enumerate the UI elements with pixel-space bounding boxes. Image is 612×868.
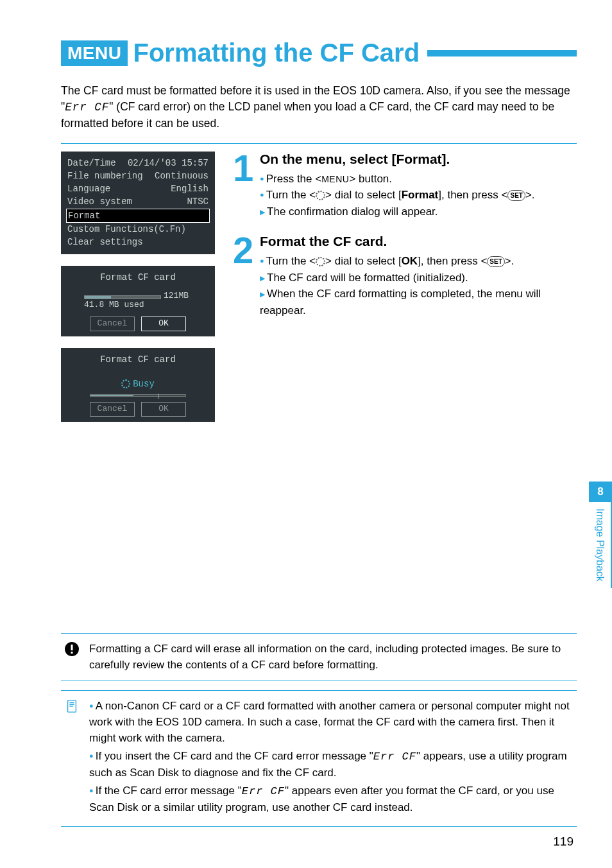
warning-icon xyxy=(64,641,80,673)
title-rule xyxy=(427,50,577,56)
note-icon xyxy=(64,699,80,818)
camera-menu-screenshot: Date/Time02/14/'03 15:57 File numberingC… xyxy=(61,152,215,254)
chapter-tab: 8 Image Playback xyxy=(589,482,612,588)
step2-result2: When the CF card formatting is completed… xyxy=(260,286,577,318)
screen-ok-button-dim: OK xyxy=(141,402,186,417)
busy-label: Busy xyxy=(133,379,155,389)
step1-bullet2: Turn the <> dial to select [Format], the… xyxy=(260,187,577,204)
capacity-label: 121MB xyxy=(164,290,189,302)
step-number-2: 2 xyxy=(233,234,256,267)
format-confirm-screenshot: Format CF card 41.8 MB used 121MB Cancel… xyxy=(61,266,215,336)
quick-dial-icon xyxy=(316,257,325,266)
set-button-icon: SET xyxy=(487,256,504,267)
warning-note: Formatting a CF card will erase all info… xyxy=(61,633,577,681)
quick-dial-icon xyxy=(316,191,325,200)
step-2: 2 Format the CF card. Turn the <> dial t… xyxy=(233,234,577,318)
tip-3: If the CF card error message "Err CF" ap… xyxy=(89,783,574,815)
chapter-number: 8 xyxy=(589,482,612,502)
menu-file-value: Continuous xyxy=(155,169,208,182)
menu-date-label: Date/Time xyxy=(67,157,116,169)
page-title: Formatting the CF Card xyxy=(133,39,420,67)
page-number: 119 xyxy=(553,835,574,849)
step1-result: The confirmation dialog will appear. xyxy=(260,204,577,220)
tips-note: A non-Canon CF card or a CF card formatt… xyxy=(61,690,577,826)
step1-bullet1: Press the <MENU> button. xyxy=(260,171,577,187)
step-number-1: 1 xyxy=(233,152,256,185)
step2-result1: The CF card will be formatted (initializ… xyxy=(260,270,577,286)
menu-file-label: File numbering xyxy=(67,169,143,182)
step-1: 1 On the menu, select [Format]. Press th… xyxy=(233,152,577,220)
format-busy-screenshot: Format CF card Busy Cancel OK xyxy=(61,348,215,422)
menu-format-item: Format xyxy=(68,209,100,222)
step2-bullet1: Turn the <> dial to select [OK], then pr… xyxy=(260,253,577,270)
intro-text-b: " (CF card error) on the LCD panel when … xyxy=(61,100,554,130)
divider xyxy=(61,143,577,144)
menu-date-value: 02/14/'03 15:57 xyxy=(128,157,208,169)
step-2-title: Format the CF card. xyxy=(260,234,577,249)
err-cf-text: Err CF xyxy=(65,101,109,114)
intro-paragraph: The CF card must be formatted before it … xyxy=(61,83,577,132)
screen-ok-button: OK xyxy=(141,317,186,331)
menu-video-value: NTSC xyxy=(187,195,208,208)
screen-cancel-button-dim: Cancel xyxy=(90,402,135,417)
format-title: Format CF card xyxy=(67,271,208,284)
menu-lang-value: English xyxy=(171,182,208,195)
format-title-busy: Format CF card xyxy=(67,353,208,366)
svg-rect-1 xyxy=(71,645,73,650)
busy-icon xyxy=(121,379,130,388)
menu-lang-label: Language xyxy=(67,182,110,195)
screen-cancel-button: Cancel xyxy=(90,317,135,331)
chapter-label: Image Playback xyxy=(589,502,612,588)
menu-clear-item: Clear settings xyxy=(67,236,143,248)
page-title-row: MENU Formatting the CF Card xyxy=(61,39,577,67)
set-button-icon: SET xyxy=(507,190,525,201)
used-label: 41.8 MB used xyxy=(84,299,161,311)
menu-badge: MENU xyxy=(61,40,128,66)
warning-text: Formatting a CF card will erase all info… xyxy=(89,641,574,673)
step-1-title: On the menu, select [Format]. xyxy=(260,152,577,167)
tip-2: If you insert the CF card and the CF car… xyxy=(89,749,574,781)
tip-1: A non-Canon CF card or a CF card formatt… xyxy=(89,699,574,746)
menu-cfn-item: Custom Functions(C.Fn) xyxy=(67,223,186,236)
menu-video-label: Video system xyxy=(67,195,132,208)
svg-rect-2 xyxy=(71,652,73,654)
